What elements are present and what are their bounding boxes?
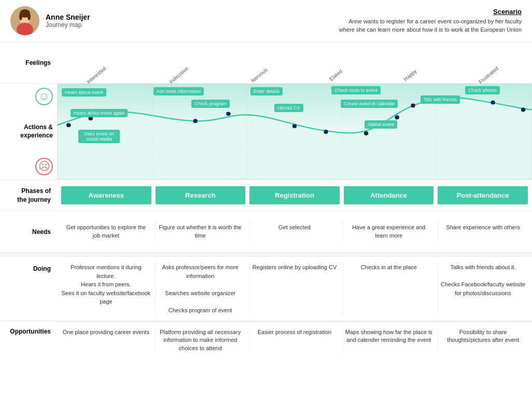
feeling-happy: Happy [404,72,419,77]
bubble-hears-again: Hears about event again [71,109,128,117]
phases-row: Phases ofthe journey Awareness Research … [0,180,532,211]
bubble-check-photos: Check photos [465,86,500,94]
need-registration: Get selected [249,222,340,242]
bubble-social-media: Sees event on social media [78,130,120,143]
feeling-frustrated: Frustrated [479,72,502,77]
opportunities-label: Opportunities [0,322,57,335]
feeling-interested: Interested [87,72,109,77]
phase-research[interactable]: Research [156,186,246,204]
feelings-items: Interested Indecisive Nervous Elated Hap… [57,42,532,84]
user-name: Anne Sneijer [46,13,90,21]
phase-registration[interactable]: Registration [249,186,340,204]
bubble-enter-details: Enter details [250,87,283,95]
bubble-check-program: Check program [191,100,230,108]
bubble-talk-friends: Talk with friends [421,95,460,104]
frown-icon: ☹ [35,158,53,175]
doing-attendance: Checks in at the place [343,263,433,314]
header-left: Anne Sneijer Journey map [10,6,90,35]
feelings-row: Feelings Interested Indecisive Nervous E… [0,42,532,84]
svg-point-19 [364,131,369,135]
phases-content: Awareness Research Registration Attendan… [57,182,532,209]
feeling-nervous: Nervous [251,72,271,77]
emotion-label-col: ☺ Actions &experience ☹ [0,84,57,179]
doing-post: Talks with friends about it.Checks Faceb… [438,263,528,314]
header: Anne Sneijer Journey map Scenario Anne w… [0,0,532,42]
svg-point-15 [193,119,198,123]
bubble-check-route: Check route to event [331,86,381,94]
chart-area: Hears about event Hears about event agai… [57,84,532,179]
opp-attendance: Maps showing how far the place is and ca… [343,328,433,352]
svg-point-20 [395,115,399,119]
bubble-ask-info: Ask more information [153,87,204,95]
doing-content: Professor mentions it during lecture.Hea… [57,257,532,321]
doing-row: Doing Professor mentions it during lectu… [0,257,532,321]
svg-point-12 [66,123,71,127]
needs-content: Get opportunities to explore the job mar… [57,217,532,246]
need-research: Figure out whether it is worth the time [155,222,245,242]
bubble-hears-about-event: Hears about event [62,88,106,96]
doing-research: Asks professor/peers for more informatio… [155,263,245,314]
doing-registration: Registers online by uploading CV [249,263,340,314]
actions-label: Actions &experience [20,123,53,140]
doing-awareness: Professor mentions it during lecture.Hea… [61,263,151,314]
phase-awareness[interactable]: Awareness [61,186,151,204]
need-awareness: Get opportunities to explore the job mar… [61,222,151,242]
svg-point-17 [292,124,297,128]
smile-icon: ☺ [35,88,53,105]
bubble-attend-event: Attend event [365,120,397,129]
scenario-label: Scenario [335,8,522,16]
scenario-box: Scenario Anne wants to register for a ca… [335,8,522,34]
svg-point-16 [226,112,231,116]
need-attendance: Have a great experience and learn more [343,222,433,242]
opportunities-row: Opportunities One place providing career… [0,322,532,363]
doing-label: Doing [0,257,57,272]
svg-point-21 [411,104,415,108]
svg-point-7 [27,13,31,20]
need-post: Share experience with others [438,222,528,242]
svg-point-6 [19,13,22,20]
needs-label: Needs [0,228,57,236]
actions-row: ☺ Actions &experience ☹ [0,84,532,180]
feeling-elated: Elated [330,72,345,77]
svg-point-18 [324,130,328,134]
user-info: Anne Sneijer Journey map [46,13,90,29]
bubble-create-calendar: Create event in calendar [341,100,398,108]
phases-label: Phases ofthe journey [0,187,57,204]
phase-post-attendance[interactable]: Post-attendance [438,186,528,204]
svg-point-24 [521,108,526,112]
phase-attendance[interactable]: Attendance [344,186,434,204]
bubble-upload-cv: Upload CV [274,104,303,112]
opp-awareness: One place providing career events [61,328,151,352]
opp-post: Possibility to share thoughts/pictures a… [438,328,528,352]
opp-research: Platform providing all necessary informa… [155,328,245,352]
avatar [10,6,39,35]
scenario-text: Anne wants to register for a career even… [335,18,522,34]
feelings-label: Feelings [0,59,57,66]
opportunities-content: One place providing career events Platfo… [57,322,532,358]
feeling-indecisive: Indecisive [169,72,192,77]
needs-row: Needs Get opportunities to explore the j… [0,211,532,253]
svg-point-23 [491,101,495,105]
opp-registration: Easier process of registration [249,328,340,352]
journey-map-label: Journey map [46,21,90,29]
